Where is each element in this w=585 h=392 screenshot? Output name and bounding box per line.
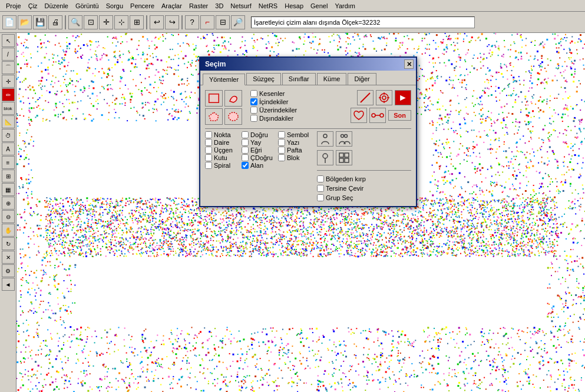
tool-clock[interactable]: ⏱	[2, 129, 15, 142]
check-nokta-input[interactable]	[205, 131, 212, 138]
tool-hatch[interactable]: ▦	[2, 183, 15, 196]
person-icon[interactable]	[317, 131, 333, 147]
draw-line-icon[interactable]	[357, 90, 374, 105]
check-grup-input[interactable]	[317, 194, 324, 201]
pan-button[interactable]: ✛	[99, 15, 113, 29]
menu-ciz[interactable]: Çiz	[25, 2, 41, 10]
menu-3d[interactable]: 3D	[211, 2, 227, 10]
grid-icon[interactable]	[336, 150, 352, 165]
menu-hesap[interactable]: Hesap	[281, 2, 307, 10]
menu-goruntu[interactable]: Görüntü	[72, 2, 103, 10]
tool-settings[interactable]: ⚙	[2, 264, 15, 277]
select-polygon-icon[interactable]	[205, 108, 223, 125]
print-button[interactable]: 🖨	[48, 15, 62, 29]
check-cdogru-input[interactable]	[242, 154, 249, 161]
menu-sorgu[interactable]: Sorgu	[103, 2, 127, 10]
tool-measure[interactable]: 📐	[2, 115, 15, 128]
check-egri-input[interactable]	[242, 147, 249, 154]
check-icindekiler-input[interactable]	[250, 98, 257, 105]
menu-proje[interactable]: Proje	[2, 2, 25, 10]
snap-button[interactable]: ⌐	[200, 15, 214, 29]
check-sembol-input[interactable]	[278, 131, 285, 138]
tool-x[interactable]: ✕	[2, 251, 15, 264]
tool-text[interactable]: A	[2, 142, 15, 155]
check-yazi-input[interactable]	[278, 139, 285, 146]
crosshair-target-icon[interactable]	[376, 90, 392, 105]
select-circle-icon[interactable]	[224, 108, 242, 125]
tool-blok[interactable]: blok	[2, 102, 15, 115]
tab-diger[interactable]: Diğer	[348, 73, 376, 85]
menu-netrs[interactable]: NetRS	[255, 2, 281, 10]
coord-button[interactable]: ⊞	[130, 15, 144, 29]
node-icon[interactable]	[369, 108, 386, 123]
new-button[interactable]: 📄	[2, 15, 16, 29]
heart-icon[interactable]	[351, 108, 367, 123]
menu-pencere[interactable]: Pencere	[127, 2, 158, 10]
menu-yardim[interactable]: Yardım	[331, 2, 359, 10]
svg-point-3	[229, 112, 238, 121]
menu-genel[interactable]: Genel	[307, 2, 331, 10]
check-disindakiler-input[interactable]	[250, 115, 257, 122]
check-uzerindekiler: Üzerindekiler	[250, 107, 297, 114]
check-nokta-label: Nokta	[214, 131, 231, 138]
check-spiral-input[interactable]	[205, 162, 212, 169]
menu-duzenle[interactable]: Düzenle	[41, 2, 72, 10]
check-alan-input[interactable]	[242, 162, 249, 169]
save-button[interactable]: 💾	[33, 15, 47, 29]
svg-rect-1	[209, 94, 219, 102]
tool-grid[interactable]: ⊞	[2, 170, 15, 182]
tab-suzgec[interactable]: Süzgeç	[246, 73, 281, 85]
menu-netsurf[interactable]: Netsurf	[227, 2, 255, 10]
tool-zoom-out[interactable]: ⊖	[2, 210, 15, 223]
select-freehand-icon[interactable]	[224, 90, 242, 107]
check-tersine-label: Tersine Çevir	[326, 185, 363, 192]
check-ucgen-input[interactable]	[205, 147, 212, 154]
check-bolgeden-input[interactable]	[317, 175, 324, 182]
tool-arrow[interactable]: ↖	[2, 34, 15, 47]
tool-pan2[interactable]: ✋	[2, 224, 15, 237]
son-button[interactable]: Son	[388, 110, 411, 121]
check-daire-input[interactable]	[205, 139, 212, 146]
select-button[interactable]: ⊹	[114, 15, 128, 29]
check-tersine-input[interactable]	[317, 185, 324, 192]
open-button[interactable]: 📂	[18, 15, 32, 29]
svg-point-11	[372, 114, 375, 117]
redo-button[interactable]: ↪	[165, 15, 179, 29]
person2-icon[interactable]	[336, 131, 352, 147]
tool-line[interactable]: /	[2, 48, 15, 61]
layer-button[interactable]: ⊟	[216, 15, 230, 29]
help-button[interactable]: ?	[185, 15, 199, 29]
check-yay-input[interactable]	[242, 139, 249, 146]
arrow-right-icon[interactable]: ►	[395, 90, 411, 105]
check-kutu-label: Kutu	[214, 154, 227, 161]
tool-rotate[interactable]: ↻	[2, 237, 15, 250]
divider1	[205, 128, 411, 129]
check-kutu-input[interactable]	[205, 154, 212, 161]
check-kesenler-input[interactable]	[250, 90, 257, 97]
check-pafta-input[interactable]	[278, 147, 285, 154]
tool-attr[interactable]: ≡	[2, 156, 15, 169]
check-dogru-input[interactable]	[242, 131, 249, 138]
tab-kume[interactable]: Küme	[317, 73, 347, 85]
tool-pen[interactable]: ✏	[2, 88, 15, 101]
zoom-button[interactable]: ⊡	[84, 15, 98, 29]
check-blok-input[interactable]	[278, 154, 285, 161]
zoom-window-button[interactable]: 🔍	[68, 15, 82, 29]
map-area[interactable]: Seçim ✕ Yöntemler Süzgeç Sınıflar Küme D…	[16, 33, 585, 392]
tool-back[interactable]: ◄	[2, 278, 15, 291]
tool-polyline[interactable]: ⌒	[2, 61, 15, 74]
check-uzerindekiler-input[interactable]	[250, 107, 257, 114]
tool-zoom-in[interactable]: ⊕	[2, 197, 15, 210]
menu-raster[interactable]: Raster	[186, 2, 211, 10]
dialog-close-button[interactable]: ✕	[404, 59, 414, 69]
select-rect-icon[interactable]	[205, 90, 223, 107]
menu-araclar[interactable]: Araçlar	[158, 2, 186, 10]
tool-crosshair[interactable]: ✛	[2, 75, 15, 88]
tab-siniflar[interactable]: Sınıflar	[282, 73, 316, 85]
search-btn[interactable]: 🔎	[231, 15, 245, 29]
undo-button[interactable]: ↩	[150, 15, 164, 29]
pin-icon[interactable]	[317, 150, 333, 165]
tab-yontemler[interactable]: Yöntemler	[203, 74, 245, 85]
check-disindakiler-label: Dışındakiler	[259, 115, 293, 122]
check-daire-label: Daire	[214, 139, 229, 146]
